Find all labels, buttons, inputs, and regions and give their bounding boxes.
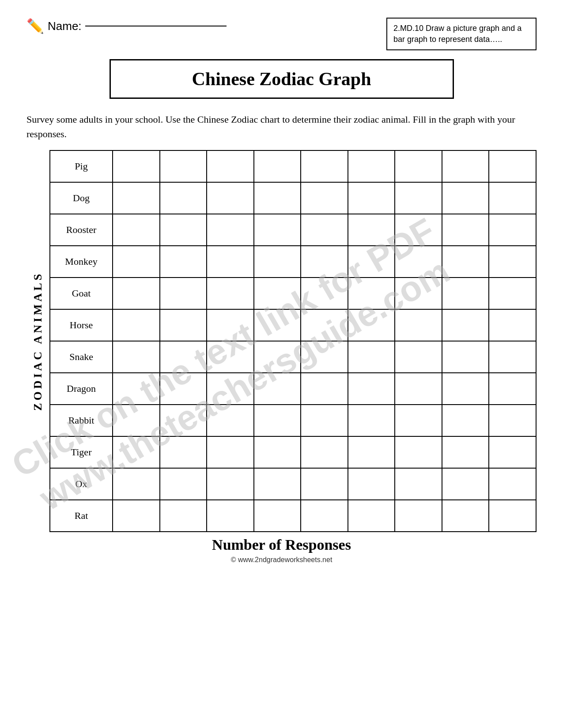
data-cell[interactable] [254, 278, 301, 309]
data-cell[interactable] [160, 278, 207, 309]
data-cell[interactable] [442, 182, 489, 214]
data-cell[interactable] [489, 500, 536, 532]
data-cell[interactable] [348, 500, 395, 532]
data-cell[interactable] [489, 214, 536, 246]
data-cell[interactable] [348, 246, 395, 278]
data-cell[interactable] [301, 373, 348, 405]
data-cell[interactable] [348, 309, 395, 341]
data-cell[interactable] [113, 214, 160, 246]
data-cell[interactable] [160, 405, 207, 436]
data-cell[interactable] [160, 246, 207, 278]
data-cell[interactable] [489, 405, 536, 436]
name-line[interactable] [85, 26, 227, 26]
data-cell[interactable] [348, 182, 395, 214]
data-cell[interactable] [113, 278, 160, 309]
data-cell[interactable] [301, 150, 348, 182]
data-cell[interactable] [160, 341, 207, 373]
data-cell[interactable] [301, 500, 348, 532]
data-cell[interactable] [254, 373, 301, 405]
data-cell[interactable] [301, 468, 348, 500]
data-cell[interactable] [207, 246, 254, 278]
data-cell[interactable] [301, 405, 348, 436]
data-cell[interactable] [442, 150, 489, 182]
data-cell[interactable] [348, 405, 395, 436]
data-cell[interactable] [395, 436, 442, 468]
data-cell[interactable] [489, 373, 536, 405]
data-cell[interactable] [442, 500, 489, 532]
data-cell[interactable] [113, 150, 160, 182]
data-cell[interactable] [442, 246, 489, 278]
data-cell[interactable] [489, 309, 536, 341]
data-cell[interactable] [395, 150, 442, 182]
data-cell[interactable] [113, 309, 160, 341]
data-cell[interactable] [207, 309, 254, 341]
data-cell[interactable] [160, 150, 207, 182]
data-cell[interactable] [113, 182, 160, 214]
data-cell[interactable] [113, 373, 160, 405]
data-cell[interactable] [348, 436, 395, 468]
data-cell[interactable] [301, 341, 348, 373]
data-cell[interactable] [254, 182, 301, 214]
data-cell[interactable] [395, 468, 442, 500]
data-cell[interactable] [160, 468, 207, 500]
data-cell[interactable] [113, 405, 160, 436]
data-cell[interactable] [301, 214, 348, 246]
data-cell[interactable] [207, 405, 254, 436]
data-cell[interactable] [254, 309, 301, 341]
data-cell[interactable] [348, 373, 395, 405]
data-cell[interactable] [395, 278, 442, 309]
data-cell[interactable] [113, 500, 160, 532]
data-cell[interactable] [207, 373, 254, 405]
data-cell[interactable] [348, 341, 395, 373]
data-cell[interactable] [160, 436, 207, 468]
data-cell[interactable] [254, 405, 301, 436]
data-cell[interactable] [160, 500, 207, 532]
data-cell[interactable] [207, 214, 254, 246]
data-cell[interactable] [395, 214, 442, 246]
data-cell[interactable] [160, 309, 207, 341]
data-cell[interactable] [395, 246, 442, 278]
data-cell[interactable] [489, 278, 536, 309]
data-cell[interactable] [160, 182, 207, 214]
data-cell[interactable] [348, 278, 395, 309]
data-cell[interactable] [207, 182, 254, 214]
data-cell[interactable] [254, 500, 301, 532]
data-cell[interactable] [348, 468, 395, 500]
data-cell[interactable] [301, 309, 348, 341]
data-cell[interactable] [160, 373, 207, 405]
data-cell[interactable] [207, 436, 254, 468]
data-cell[interactable] [489, 468, 536, 500]
data-cell[interactable] [442, 341, 489, 373]
data-cell[interactable] [207, 278, 254, 309]
data-cell[interactable] [301, 182, 348, 214]
data-cell[interactable] [395, 182, 442, 214]
data-cell[interactable] [113, 246, 160, 278]
data-cell[interactable] [489, 150, 536, 182]
data-cell[interactable] [254, 246, 301, 278]
data-cell[interactable] [395, 309, 442, 341]
data-cell[interactable] [254, 150, 301, 182]
data-cell[interactable] [489, 182, 536, 214]
data-cell[interactable] [442, 373, 489, 405]
data-cell[interactable] [395, 341, 442, 373]
data-cell[interactable] [395, 405, 442, 436]
data-cell[interactable] [113, 468, 160, 500]
data-cell[interactable] [160, 214, 207, 246]
data-cell[interactable] [207, 468, 254, 500]
data-cell[interactable] [348, 214, 395, 246]
data-cell[interactable] [442, 405, 489, 436]
data-cell[interactable] [395, 373, 442, 405]
data-cell[interactable] [442, 214, 489, 246]
data-cell[interactable] [254, 341, 301, 373]
data-cell[interactable] [442, 309, 489, 341]
data-cell[interactable] [254, 436, 301, 468]
data-cell[interactable] [301, 246, 348, 278]
data-cell[interactable] [113, 436, 160, 468]
data-cell[interactable] [207, 500, 254, 532]
data-cell[interactable] [254, 214, 301, 246]
data-cell[interactable] [207, 341, 254, 373]
data-cell[interactable] [301, 436, 348, 468]
data-cell[interactable] [442, 468, 489, 500]
data-cell[interactable] [301, 278, 348, 309]
data-cell[interactable] [442, 436, 489, 468]
